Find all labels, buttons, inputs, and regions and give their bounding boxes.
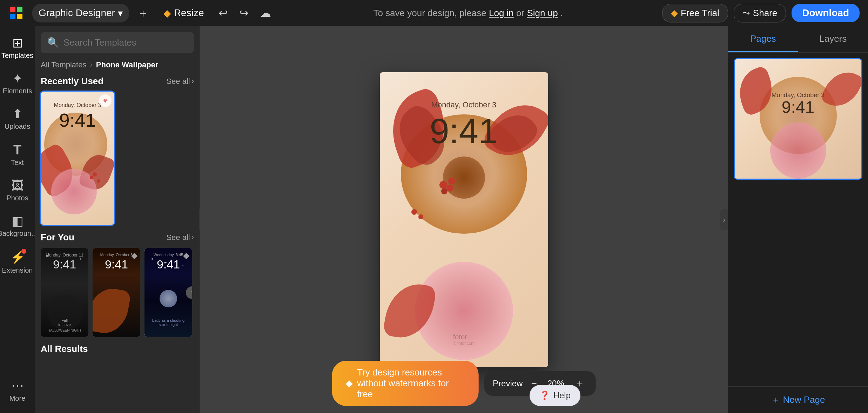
plus-icon: ＋ [771,394,780,406]
sidebar-item-uploads[interactable]: ⬆ Uploads [2,103,33,135]
svg-rect-3 [10,14,15,19]
templates-icon: ⊞ [12,37,23,49]
breadcrumb-separator: › [90,60,92,69]
page-time: 9:41 [782,98,814,117]
sidebar-label-more: More [9,394,26,402]
premium-icon: ◆ [671,8,678,19]
recently-used-title: Recently Used [41,76,103,87]
sidebar-item-more[interactable]: ⋯ More [2,375,33,407]
thumb-date: Monday, October 3 [54,102,101,108]
phone-canvas[interactable]: Monday, October 3 9:41 fotor © fotor.com [380,72,548,367]
heart-icon[interactable]: ♥ [99,94,112,107]
sidebar-label-backgrounds: Backgroun... [0,229,37,238]
sidebar-item-extension[interactable]: ⚡ Extension [2,245,33,279]
breadcrumb-current: Phone Wallpaper [96,60,159,69]
chevron-down-icon: ▾ [118,7,123,19]
template-thumb-night[interactable]: Wednesday, 3:45 9:41 Lady as a shootings… [144,248,192,337]
watermark-notice[interactable]: ◆ Try design resources without watermark… [332,361,479,406]
designer-dropdown-button[interactable]: Graphic Designer ▾ [32,4,129,22]
recently-used-header: Recently Used See all › [41,76,194,87]
all-results-title: All Results [41,344,88,354]
search-input[interactable] [63,37,188,48]
free-trial-button[interactable]: ◆ Free Trial [662,4,728,22]
right-sidebar: Pages Layers Monday, October 3 9:41 [728,26,868,413]
template-thumb-moon[interactable]: Monday, October 11 9:41 Fallin Love HALL… [41,248,88,337]
redo-button[interactable]: ↪ [236,5,251,21]
extension-notification-dot [21,249,26,254]
sidebar-label-elements: Elements [3,87,32,95]
thumb-time: 9:41 [59,109,96,131]
download-button[interactable]: Download [792,4,860,22]
preview-label: Preview [493,379,523,388]
designer-label: Graphic Designer [39,7,115,19]
elements-icon: ✦ [12,72,23,85]
for-you-grid: Monday, October 11 9:41 Fallin Love HALL… [41,248,194,337]
share-icon: ⤳ [742,8,750,19]
sidebar-label-text: Text [11,159,24,167]
page-thumbnail-1[interactable]: Monday, October 3 9:41 [734,58,862,180]
for-you-title: For You [41,232,74,243]
backgrounds-icon: ◧ [12,215,23,227]
chevron-right-icon: › [191,77,194,86]
main-layout: ⊞ Templates ✦ Elements ⬆ Uploads T Text … [0,26,868,413]
premium-icon-thumb-2: ◆ [183,251,189,260]
text-icon: T [13,143,21,156]
topbar: Graphic Designer ▾ ＋ ◆ Resize ↩ ↪ ☁ To s… [0,0,868,26]
more-icon: ⋯ [11,380,24,392]
fotor-logo-icon [8,5,24,21]
sidebar-label-templates: Templates [1,52,33,60]
tab-pages[interactable]: Pages [728,26,798,52]
new-page-label: New Page [783,394,825,405]
sidebar-label-extension: Extension [2,266,33,274]
sidebar-label-photos: Photos [6,194,28,202]
uploads-icon: ⬆ [12,108,23,120]
template-panel: 🔍 All Templates › Phone Wallpaper Recent… [35,26,200,413]
add-button[interactable]: ＋ [135,5,152,21]
breadcrumb-all[interactable]: All Templates [41,60,86,69]
help-label: Help [553,391,571,400]
breadcrumb: All Templates › Phone Wallpaper [41,60,194,69]
premium-icon-thumb: ◆ [131,251,137,260]
cloud-save-button[interactable]: ☁ [257,5,274,21]
right-tabs: Pages Layers [728,26,868,53]
fotor-logo[interactable] [8,5,24,21]
download-label: Download [802,7,849,18]
tab-layers[interactable]: Layers [798,26,868,52]
sidebar-item-photos[interactable]: 🖼 Photos [2,174,33,207]
all-results-section: All Results [41,344,194,354]
resize-label: Resize [174,7,204,19]
canvas-watermark: fotor © fotor.com [453,333,475,346]
resize-button[interactable]: ◆ Resize [157,4,210,22]
diamond-icon-notice: ◆ [346,378,353,389]
photos-icon: 🖼 [11,179,24,192]
recently-used-grid: Monday, October 3 9:41 ♥ [41,92,194,225]
svg-rect-4 [17,14,22,19]
help-button[interactable]: ❓ Help [530,385,580,406]
sidebar-item-elements[interactable]: ✦ Elements [2,67,33,100]
share-label: Share [753,8,777,19]
new-page-button[interactable]: ＋ New Page [728,386,868,413]
extension-badge: ⚡ [10,250,25,264]
template-thumb-leaf[interactable]: Monday, October 3 9:41 ◆ [93,248,140,337]
undo-button[interactable]: ↩ [216,5,231,21]
for-you-header: For You See all › [41,232,194,243]
sidebar-item-templates[interactable]: ⊞ Templates [2,32,33,65]
search-icon: 🔍 [47,37,59,48]
for-you-see-all[interactable]: See all › [166,233,194,242]
template-panel-inner: 🔍 All Templates › Phone Wallpaper Recent… [35,26,200,360]
save-message: To save your design, please Log in or Si… [280,8,657,19]
sign-up-link[interactable]: Sign up [527,8,558,18]
log-in-link[interactable]: Log in [489,8,514,18]
sidebar-label-uploads: Uploads [5,122,30,131]
share-button[interactable]: ⤳ Share [734,4,786,22]
recently-used-see-all[interactable]: See all › [166,77,194,86]
expand-right-panel[interactable]: › [720,209,728,230]
search-box[interactable]: 🔍 [41,32,194,53]
sidebar-item-text[interactable]: T Text [2,138,33,172]
canvas-area: Monday, October 3 9:41 fotor © fotor.com… [200,26,728,413]
sidebar-item-backgrounds[interactable]: ◧ Backgroun... [2,210,33,242]
canvas-time: 9:41 [430,111,498,151]
template-thumb-autumn[interactable]: Monday, October 3 9:41 ♥ [41,92,114,225]
left-sidebar: ⊞ Templates ✦ Elements ⬆ Uploads T Text … [0,26,35,413]
svg-rect-1 [10,7,15,12]
